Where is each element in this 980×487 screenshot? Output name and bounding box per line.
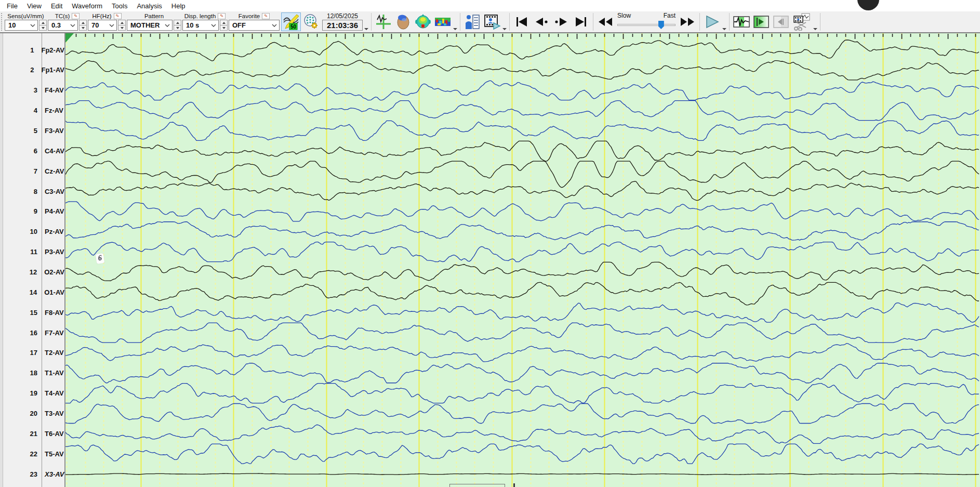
pencil-edit-icon[interactable]: ✎ bbox=[218, 13, 226, 19]
topo-map-button[interactable] bbox=[414, 12, 432, 31]
channel-number: 6 bbox=[0, 147, 37, 155]
head-3d-icon bbox=[395, 14, 411, 30]
channel-row-o2-av[interactable]: 12O2-AV bbox=[0, 267, 64, 277]
toolbar-grip[interactable] bbox=[1, 13, 4, 31]
spinner-up-button[interactable] bbox=[79, 20, 87, 25]
combo-value: 10 s bbox=[186, 21, 199, 29]
jump-end-button[interactable] bbox=[572, 12, 590, 31]
pencil-edit-icon[interactable]: ✎ bbox=[114, 13, 122, 19]
spinner-down-button[interactable] bbox=[39, 25, 47, 31]
menu-edit[interactable]: Edit bbox=[46, 1, 67, 11]
wave-cursor-icon bbox=[375, 14, 392, 30]
panel-resize-edge[interactable] bbox=[0, 33, 3, 487]
jump-start-icon bbox=[514, 16, 529, 28]
back-range-button[interactable] bbox=[772, 12, 790, 31]
clip-dropdown-caret[interactable] bbox=[813, 11, 818, 32]
menu-file[interactable]: File bbox=[2, 1, 22, 11]
channel-row-t6-av[interactable]: 21T6-AV bbox=[0, 428, 64, 439]
wave-cursor-button[interactable] bbox=[374, 12, 393, 31]
channel-row-c3-av[interactable]: 8C3-AV bbox=[0, 186, 64, 196]
spinner-up-button[interactable] bbox=[174, 20, 181, 25]
channel-row-f4-av[interactable]: 3F4-AV bbox=[0, 85, 64, 96]
channel-row-fz-av[interactable]: 4Fz-AV bbox=[0, 106, 64, 116]
play-dropdown-caret[interactable] bbox=[722, 11, 727, 32]
video-dropdown-caret[interactable] bbox=[502, 11, 507, 32]
review-wave-button[interactable] bbox=[732, 12, 751, 31]
field-spinner bbox=[39, 20, 47, 31]
page-flag-marker bbox=[65, 33, 74, 43]
eeg-waveform-canvas[interactable] bbox=[65, 33, 980, 487]
spinner-down-button[interactable] bbox=[220, 25, 228, 31]
channel-row-t4-av[interactable]: 19T4-AV bbox=[0, 388, 64, 399]
play-button[interactable] bbox=[703, 12, 721, 31]
channel-label: F7-AV bbox=[45, 329, 64, 337]
combo-tc-s-[interactable]: 0.3 bbox=[48, 20, 78, 31]
pencil-edit-icon[interactable]: ✎ bbox=[72, 13, 80, 19]
step-forward-button[interactable] bbox=[552, 12, 571, 31]
chevron-down-icon bbox=[165, 24, 170, 27]
channel-row-cz-av[interactable]: 7Cz-AV bbox=[0, 166, 64, 176]
rewind-button[interactable] bbox=[596, 12, 615, 31]
channel-label: Fz-AV bbox=[45, 107, 63, 114]
spinner-up-button[interactable] bbox=[118, 20, 126, 25]
slider-thumb[interactable] bbox=[658, 21, 664, 29]
channel-row-fp1-av[interactable]: 2Fp1-AV bbox=[0, 65, 64, 75]
spinner-down-button[interactable] bbox=[118, 25, 126, 31]
combo-disp-length[interactable]: 10 s bbox=[182, 20, 219, 31]
patient-info-button[interactable] bbox=[463, 12, 482, 31]
speed-slider[interactable]: Slow Fast bbox=[615, 11, 678, 32]
spinner-up-button[interactable] bbox=[39, 20, 47, 25]
slider-track[interactable] bbox=[617, 24, 676, 26]
maps-dropdown-caret[interactable] bbox=[453, 11, 458, 32]
combo-sens-uv-mm-[interactable]: 10 bbox=[5, 20, 38, 31]
combo-hf-hz-[interactable]: 70 bbox=[88, 20, 117, 31]
channel-row-o1-av[interactable]: 14O1-AV bbox=[0, 287, 64, 297]
electrode-map-button[interactable] bbox=[302, 12, 321, 31]
field-disp-length: Disp. length✎10 s bbox=[182, 11, 228, 32]
video-cut-button[interactable] bbox=[791, 12, 812, 31]
channel-row-f3-av[interactable]: 5F3-AV bbox=[0, 125, 64, 136]
field-groups: Sens(uV/mm)10TC(s)✎0.3HF(Hz)✎70PatternMO… bbox=[5, 11, 281, 32]
channel-row-fp2-av[interactable]: 1Fp2-AV bbox=[0, 45, 64, 55]
menu-waveform[interactable]: Waveform bbox=[67, 1, 107, 11]
channel-row-c4-av[interactable]: 6C4-AV bbox=[0, 146, 64, 156]
channel-row-p3-av[interactable]: 11P3-AV bbox=[0, 247, 64, 257]
menu-help[interactable]: Help bbox=[167, 1, 190, 11]
menu-tools[interactable]: Tools bbox=[107, 1, 132, 11]
spinner-up-button[interactable] bbox=[220, 20, 228, 25]
notch-filter-button[interactable]: 50 bbox=[281, 12, 301, 31]
channel-row-f8-av[interactable]: 15F8-AV bbox=[0, 307, 64, 318]
menu-view[interactable]: View bbox=[22, 1, 46, 11]
video-button[interactable] bbox=[483, 12, 501, 31]
channel-row-t3-av[interactable]: 20T3-AV bbox=[0, 408, 64, 418]
channel-row-p4-av[interactable]: 9P4-AV bbox=[0, 206, 64, 217]
play-range-button[interactable] bbox=[752, 12, 771, 31]
channel-row-pz-av[interactable]: 10Pz-AV bbox=[0, 227, 64, 237]
fast-forward-icon bbox=[679, 16, 696, 28]
combo-pattern[interactable]: MOTHER bbox=[127, 20, 173, 31]
channel-row-t2-av[interactable]: 17T2-AV bbox=[0, 348, 64, 358]
time-display[interactable]: 21:03:36 bbox=[322, 20, 363, 31]
head-3d-button[interactable] bbox=[394, 12, 413, 31]
channel-row-f7-av[interactable]: 16F7-AV bbox=[0, 327, 64, 338]
step-back-button[interactable] bbox=[532, 12, 551, 31]
combo-favorite[interactable]: OFF bbox=[229, 20, 280, 31]
menu-analysis[interactable]: Analysis bbox=[132, 1, 166, 11]
channel-number: 8 bbox=[0, 188, 37, 195]
channel-row-t1-av[interactable]: 18T1-AV bbox=[0, 368, 64, 378]
pencil-edit-icon[interactable]: ✎ bbox=[262, 13, 270, 19]
channel-row-x3-av[interactable]: 23X3-AV bbox=[0, 469, 64, 479]
dsa-trend-button[interactable] bbox=[433, 12, 452, 31]
spinner-down-button[interactable] bbox=[174, 25, 181, 31]
jump-start-button[interactable] bbox=[512, 12, 531, 31]
channel-row-t5-av[interactable]: 22T5-AV bbox=[0, 449, 64, 459]
spinner-down-button[interactable] bbox=[79, 25, 87, 31]
fast-forward-button[interactable] bbox=[678, 12, 697, 31]
topo-map-icon bbox=[415, 14, 431, 30]
panel-divider bbox=[42, 33, 42, 487]
channel-label: T2-AV bbox=[45, 349, 64, 357]
field-tc-s-: TC(s)✎0.3 bbox=[48, 11, 87, 32]
event-marker-icon[interactable]: 6 bbox=[96, 253, 104, 264]
datetime-dropdown-caret[interactable] bbox=[364, 11, 369, 32]
slider-slow-label: Slow bbox=[617, 12, 631, 20]
